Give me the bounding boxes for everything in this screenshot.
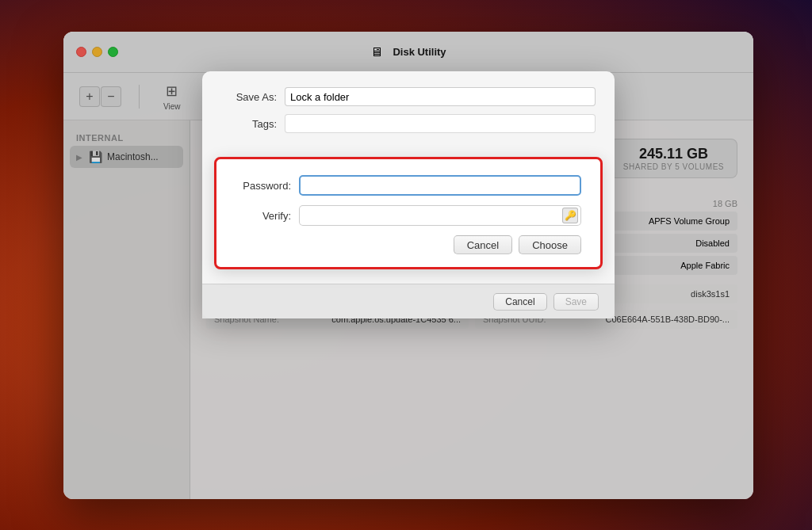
sheet-cancel-button[interactable]: Cancel (493, 293, 546, 311)
password-input[interactable] (299, 175, 581, 196)
password-label: Password: (236, 180, 299, 192)
password-row: Password: (236, 175, 581, 196)
tags-row: Tags: (221, 114, 596, 133)
sheet-bottom-bar: Cancel Save (202, 284, 615, 318)
verify-row: Verify: 🔑 (236, 205, 581, 226)
password-input-wrap (299, 175, 581, 196)
sheet-save-button[interactable]: Save (553, 293, 599, 311)
key-icon-button[interactable]: 🔑 (562, 208, 578, 223)
tags-label: Tags: (221, 118, 285, 130)
desktop: 🖥 Disk Utility + − ⊞ View 💿 Volume ⛑ Fir (0, 0, 812, 530)
verify-input[interactable] (299, 205, 581, 226)
password-choose-button[interactable]: Choose (519, 235, 581, 254)
password-dialog: Password: Verify: 🔑 (214, 157, 603, 269)
password-cancel-button[interactable]: Cancel (454, 235, 512, 254)
verify-label: Verify: (236, 210, 299, 222)
disk-utility-window: 🖥 Disk Utility + − ⊞ View 💿 Volume ⛑ Fir (63, 32, 753, 499)
save-as-row: Save As: (221, 87, 596, 106)
password-buttons: Cancel Choose (236, 235, 581, 254)
save-as-input[interactable] (285, 87, 596, 106)
tags-input[interactable] (285, 114, 596, 133)
sheet-inner: Save As: Tags: Password: (202, 71, 615, 284)
save-as-sheet: Save As: Tags: Password: (202, 71, 615, 318)
verify-input-wrap: 🔑 (299, 205, 581, 226)
save-as-label: Save As: (221, 91, 285, 103)
key-icon: 🔑 (565, 210, 576, 221)
